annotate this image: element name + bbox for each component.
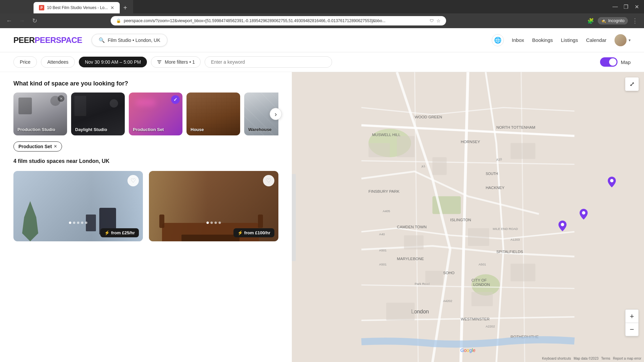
filter-icon [157, 59, 162, 65]
user-menu[interactable]: ▾ [614, 34, 631, 46]
avatar-chevron-icon: ▾ [629, 38, 631, 43]
map-terms-text: Terms [601, 357, 610, 360]
svg-text:A501: A501 [379, 248, 386, 252]
svg-text:A2202: A2202 [486, 324, 495, 328]
listings-nav[interactable]: Listings [561, 37, 578, 43]
report-map-error-text: Report a map error [613, 357, 641, 360]
refresh-button[interactable]: ↻ [30, 16, 40, 26]
tab-title: 10 Best Film Studio Venues - Lo... [47, 5, 108, 10]
heart-icon-2: ♡ [266, 177, 271, 184]
results-count: 4 film studio spaces near London, UK [13, 158, 278, 164]
forward-button[interactable]: → [17, 16, 27, 26]
space-type-production-studio[interactable]: ✕ Production Studio [13, 93, 67, 135]
map-toggle[interactable] [600, 57, 618, 67]
svg-text:CITY OF: CITY OF [472, 278, 487, 282]
minimize-icon: — [612, 4, 618, 10]
svg-rect-40 [404, 235, 423, 249]
listing-2-heart-button[interactable]: ♡ [263, 175, 274, 186]
avatar [614, 34, 627, 46]
svg-point-46 [610, 179, 613, 182]
svg-text:A40: A40 [379, 232, 385, 236]
active-tab[interactable]: P 10 Best Film Studio Venues - Lo... ✕ [34, 2, 120, 13]
svg-text:A501: A501 [379, 262, 386, 266]
keyword-input[interactable] [205, 56, 332, 68]
svg-rect-44 [386, 303, 415, 320]
bookmark-icon[interactable]: ☆ [436, 18, 441, 23]
listing-2-price: from £100/hr [244, 230, 270, 235]
more-filters-button[interactable]: More filters • 1 [151, 56, 201, 68]
back-icon: ← [6, 17, 12, 24]
zoom-in-button[interactable]: + [625, 309, 639, 323]
zoom-out-button[interactable]: − [625, 323, 639, 336]
listing-2-dots [207, 222, 221, 224]
filter-tag-remove-icon[interactable]: × [54, 144, 57, 149]
listing-image-2: ♡ ⚡ from £100/hr [149, 171, 278, 241]
space-type-label-warehouse: Warehouse [248, 127, 272, 132]
menu-button[interactable]: ⋮ [630, 16, 640, 26]
space-type-label-production-set: Production Set [133, 127, 164, 132]
map-pin-1[interactable] [608, 177, 616, 188]
listing-card-2[interactable]: ♡ ⚡ from £100/hr [149, 171, 278, 241]
tab-favicon: P [39, 5, 44, 10]
listing-2-price-badge: ⚡ from £100/hr [149, 228, 278, 237]
address-bar[interactable]: 🔒 peerspace.com/s/?zoom=12&viewport_bbox… [111, 16, 446, 25]
inbox-nav[interactable]: Inbox [512, 37, 524, 43]
keyboard-shortcuts-text: Keyboard shortcuts [542, 357, 571, 360]
svg-rect-38 [432, 157, 446, 175]
filter-tag-label: Production Set [18, 144, 52, 149]
svg-text:A10: A10 [496, 157, 502, 161]
svg-rect-43 [425, 271, 443, 285]
svg-text:WOOD GREEN: WOOD GREEN [415, 115, 442, 119]
zoom-in-icon: + [630, 312, 634, 321]
map-label: Map [621, 59, 631, 65]
space-type-production-set[interactable]: ✓ Production Set [129, 93, 182, 135]
carousel-next-icon: › [275, 110, 277, 118]
listing-card-1[interactable]: ♡ ⚡ from £25/hr [13, 171, 143, 241]
space-type-title: What kind of space are you looking for? [13, 80, 278, 87]
refresh-icon: ↻ [32, 17, 37, 24]
zoom-controls: + − [625, 309, 639, 336]
new-tab-button[interactable]: + [120, 4, 130, 12]
globe-button[interactable]: 🌐 [492, 34, 504, 46]
svg-point-48 [561, 223, 564, 226]
map-footer: Keyboard shortcuts Map data ©2023 Terms … [542, 357, 641, 360]
globe-icon: 🌐 [494, 37, 501, 44]
map-expand-button[interactable]: ⤢ [625, 77, 639, 91]
lightning-icon-2: ⚡ [237, 230, 243, 235]
price-filter-button[interactable]: Price [13, 56, 37, 68]
svg-text:FINSBURY PARK: FINSBURY PARK [369, 189, 400, 193]
listing-1-price-badge: ⚡ from £25/hr [13, 228, 143, 237]
space-type-house[interactable]: House [186, 93, 240, 135]
carousel-next-button[interactable]: › [270, 108, 282, 120]
bookings-nav[interactable]: Bookings [532, 37, 553, 43]
svg-rect-41 [468, 228, 489, 246]
incognito-icon: 🕵 [601, 18, 606, 23]
close-window-button[interactable]: ✕ [632, 2, 641, 11]
space-type-daylight-studio[interactable]: Daylight Studio [71, 93, 125, 135]
back-button[interactable]: ← [4, 16, 14, 26]
attendees-filter-button[interactable]: Attendees [41, 56, 75, 68]
map-pin-3[interactable] [558, 221, 567, 232]
expand-icon: ⤢ [630, 80, 635, 88]
logo[interactable]: PEERPEERSPACE [13, 36, 82, 45]
svg-rect-42 [511, 264, 535, 282]
svg-text:LONDON: LONDON [473, 282, 490, 287]
shields-icon: 🛡 [430, 18, 434, 23]
header-search-bar[interactable]: 🔍 Film Studio • London, UK [92, 34, 167, 47]
svg-text:A4202: A4202 [443, 299, 452, 303]
svg-rect-36 [369, 143, 390, 157]
svg-text:A405: A405 [383, 209, 390, 213]
lightning-icon: ⚡ [104, 230, 110, 235]
listing-1-heart-button[interactable]: ♡ [127, 175, 139, 186]
map-pin-2[interactable] [580, 209, 588, 221]
extensions-button[interactable]: 🧩 [586, 16, 596, 26]
tab-close-icon[interactable]: ✕ [110, 5, 114, 10]
maximize-button[interactable]: ❐ [621, 2, 631, 11]
svg-rect-39 [511, 143, 535, 159]
calendar-nav[interactable]: Calendar [586, 37, 606, 43]
minimize-button[interactable]: — [610, 2, 620, 11]
svg-text:SOUTH: SOUTH [486, 172, 498, 176]
filter-tag-production-set[interactable]: Production Set × [13, 141, 62, 152]
maximize-icon: ❐ [624, 4, 628, 10]
date-filter-button[interactable]: Nov 30 9:00 AM – 5:00 PM [79, 57, 147, 67]
